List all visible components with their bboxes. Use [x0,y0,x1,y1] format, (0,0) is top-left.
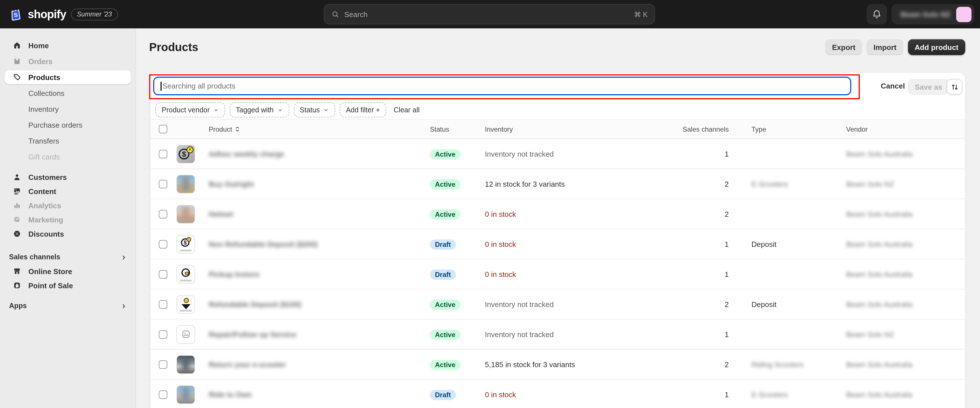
chevron-down-icon [323,107,329,113]
row-checkbox[interactable] [159,330,167,338]
table-row-return-your-e-scooter[interactable]: Return your e-scooterActive5,185 in stoc… [150,349,965,379]
status-badge: Draft [430,239,456,249]
sidebar-item-discounts[interactable]: Discounts [5,227,131,241]
row-checkbox[interactable] [159,180,167,188]
row-thumb-cell [173,355,205,374]
sidebar-item-gift-cards[interactable]: Gift cards [5,150,131,163]
marketing-icon [13,216,21,223]
filter-chip-status[interactable]: Status [293,102,335,118]
vendor-value: Beam Solo NZ [846,180,894,188]
shopify-logo[interactable]: S shopify Summer '23 [8,0,118,29]
global-search-input[interactable]: Search ⌘ K [324,4,655,24]
table-row-refundable-deposit-100[interactable]: Refundable Deposit ($100)ActiveInventory… [150,289,965,319]
notifications-button[interactable] [867,4,887,24]
sidebar-item-marketing[interactable]: Marketing [5,213,131,226]
cancel-button[interactable]: Cancel [881,82,905,90]
table-row-repair-follow-up-service[interactable]: Repair/Follow up ServiceActiveInventory … [150,319,965,349]
sales-channels-cell: 2 [638,180,730,188]
inventory-cell: 0 in stock [485,270,638,278]
column-header-product[interactable]: Product [205,125,430,133]
import-button[interactable]: Import [867,39,904,55]
inventory-cell: 0 in stock [485,240,638,248]
sidebar-item-products[interactable]: Products [5,70,131,84]
product-name-cell[interactable]: Pickup Instore [205,270,430,278]
status-badge: Active [430,360,460,370]
row-checkbox[interactable] [159,210,167,218]
filter-chip-add-filter[interactable]: Add filter + [340,102,386,118]
sidebar-item-customers[interactable]: Customers [5,170,131,184]
row-thumb-cell [173,265,205,284]
table-row-adhoc-weekly-charge[interactable]: $✕Adhoc weekly chargeActiveInventory not… [150,139,965,169]
shopify-wordmark: shopify [28,8,66,21]
type-cell: E-Scooters [730,180,846,188]
filter-chip-product-vendor[interactable]: Product vendor [155,102,225,118]
row-checkbox[interactable] [159,360,167,368]
row-checkbox[interactable] [159,270,167,278]
type-value: Deposit [751,300,776,308]
sidebar-item-transfers[interactable]: Transfers [5,134,131,148]
product-thumbnail-logo-white-s: $ [177,235,195,253]
sidebar-item-purchase-orders[interactable]: Purchase orders [5,118,131,132]
table-row-pickup-instore[interactable]: Pickup InstoreDraft0 in stock1Beam Solo … [150,259,965,289]
product-search-input[interactable]: Searching all products [153,76,851,95]
add-product-button[interactable]: Add product [908,39,965,55]
sort-button[interactable] [947,79,963,95]
sales-channels-cell: 2 [638,360,730,368]
sales-channels-cell: 1 [638,330,730,338]
save-as-button[interactable]: Save as [908,79,949,95]
orders-icon [13,57,21,65]
row-checkbox[interactable] [159,390,167,398]
product-name-cell[interactable]: Refundable Deposit ($100) [205,300,430,308]
sidebar-item-inventory[interactable]: Inventory [5,102,131,116]
account-menu-button[interactable]: Beam Solo NZ [891,4,974,24]
hand-icon [181,304,191,309]
row-checkbox[interactable] [159,150,167,158]
clear-all-button[interactable]: Clear all [394,106,420,114]
table-row-buy-outright[interactable]: Buy OutrightActive12 in stock for 3 vari… [150,169,965,199]
sidebar-item-label: Transfers [29,137,59,145]
sidebar-item-collections[interactable]: Collections [5,86,131,100]
product-name-cell[interactable]: Repair/Follow up Service [205,330,430,338]
product-name-cell[interactable]: Helmet [205,210,430,218]
sidebar-item-online-store[interactable]: Online Store [5,265,131,278]
product-name-cell[interactable]: Ride to Own [205,390,430,398]
table-row-non-refundable-deposit-200[interactable]: $Non Refundable Deposit ($200)Draft0 in … [150,229,965,259]
product-name-cell[interactable]: Adhoc weekly charge [205,150,430,158]
sidebar-item-orders[interactable]: Orders [5,54,131,68]
sidebar-item-label: Home [29,41,49,49]
product-name-cell[interactable]: Return your e-scooter [205,360,430,368]
table-row-ride-to-own[interactable]: Ride to OwnDraft0 in stock1E-ScootersBea… [150,379,965,408]
sidebar-item-point-of-sale[interactable]: Point of Sale [5,279,131,292]
product-name-cell[interactable]: Non Refundable Deposit ($200) [205,240,430,248]
sales-channels-cell: 1 [638,390,730,398]
sidebar-section-sales-channels[interactable]: Sales channels› [5,250,131,264]
logo-caption [180,309,192,311]
row-checkbox[interactable] [159,240,167,248]
select-all-checkbox[interactable] [159,125,167,133]
sidebar-section-apps[interactable]: Apps› [5,299,131,313]
filter-chip-tagged-with[interactable]: Tagged with [230,102,289,118]
analytics-icon [13,201,21,209]
sidebar: HomeOrdersProductsCollectionsInventoryPu… [0,29,136,408]
sidebar-nav: HomeOrdersProductsCollectionsInventoryPu… [0,38,135,313]
type-value: Riding Scooters [751,360,803,368]
export-button[interactable]: Export [825,39,862,55]
row-checkbox[interactable] [159,300,167,308]
status-badge: Active [430,330,460,339]
yellow-badge-icon [186,237,191,241]
sidebar-item-content[interactable]: Content [5,185,131,198]
row-thumb-cell [173,174,205,193]
status-badge: Active [430,179,460,189]
sidebar-item-home[interactable]: Home [5,38,131,52]
shopify-admin-window: S shopify Summer '23 Search ⌘ K Beam Sol… [0,0,980,408]
home-icon [13,41,21,49]
inventory-cell: Inventory not tracked [485,330,638,338]
bell-icon [872,9,882,19]
status-badge: Active [430,149,460,159]
sidebar-item-analytics[interactable]: Analytics [5,199,131,212]
product-name-cell[interactable]: Buy Outright [205,180,430,188]
vendor-cell: Beam Solo Australia [846,270,965,278]
product-thumbnail-placeholder [177,325,195,344]
type-cell: E-Scooters [730,390,846,398]
table-row-helmet[interactable]: HelmetActive0 in stock2Beam Solo Austral… [150,199,965,229]
